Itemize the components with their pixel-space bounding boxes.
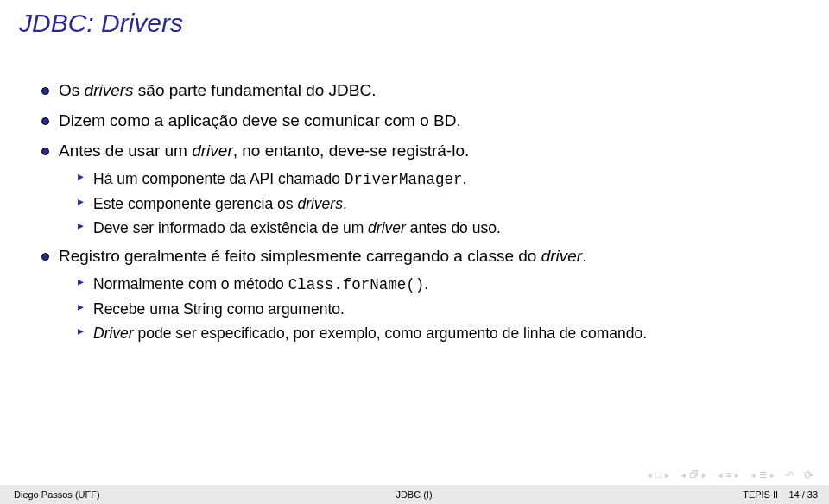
nav-up-icon: ◂🗇▸ bbox=[680, 469, 711, 481]
sub-3-2: Este componente gerencia os drivers. bbox=[78, 193, 798, 215]
nav-section-icon: ◂≡▸ bbox=[718, 469, 744, 481]
bullet-1: Os drivers são parte fundamental do JDBC… bbox=[41, 79, 798, 103]
footer-title: JDBC (I) bbox=[276, 489, 553, 500]
bullet-3: Antes de usar um driver, no entanto, dev… bbox=[41, 140, 798, 239]
nav-subsection-icon: ◂≣▸ bbox=[750, 469, 779, 481]
nav-loop-icon: ⟳ bbox=[804, 469, 817, 482]
sub-4-2: Recebe uma String como argumento. bbox=[78, 299, 798, 320]
bullet-4: Registro geralmente é feito simplesmente… bbox=[41, 245, 798, 344]
sub-4-3: Driver pode ser especificado, por exempl… bbox=[78, 323, 798, 344]
sub-3-1: Há um componente da API chamado DriverMa… bbox=[78, 168, 798, 191]
nav-back-icon: ◂□▸ bbox=[647, 469, 674, 481]
nav-symbols: ◂□▸ ◂🗇▸ ◂≡▸ ◂≣▸ ↶ ⟳ bbox=[647, 469, 817, 482]
sub-4-1: Normalmente com o método Class.forName()… bbox=[78, 274, 798, 296]
slide-content: Os drivers são parte fundamental do JDBC… bbox=[0, 38, 829, 344]
footer-bar: Diego Passos (UFF) JDBC (I) TEPIS II 14 … bbox=[0, 485, 829, 504]
footer-author: Diego Passos (UFF) bbox=[0, 489, 276, 500]
bullet-2: Dizem como a aplicação deve se comunicar… bbox=[41, 110, 798, 133]
nav-undo-icon: ↶ bbox=[786, 469, 797, 481]
slide-title: JDBC: Drivers bbox=[0, 0, 829, 38]
sub-3-3: Deve ser informado da existência de um d… bbox=[78, 217, 798, 239]
footer-page: TEPIS II 14 / 33 bbox=[552, 489, 828, 500]
